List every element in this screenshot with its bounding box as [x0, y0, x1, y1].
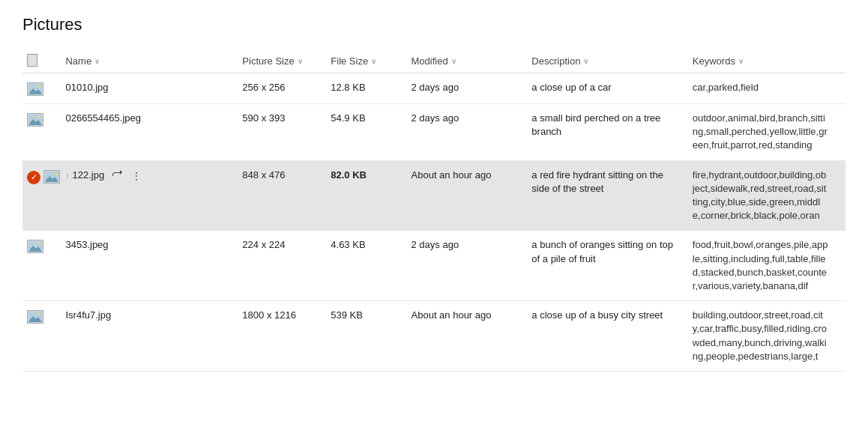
selected-checkmark: ✓: [27, 171, 40, 184]
image-thumbnail-icon: [27, 82, 43, 96]
row-picture-size: 224 x 224: [238, 231, 326, 301]
share-icon[interactable]: [112, 169, 124, 185]
row-description: a red fire hydrant sitting on the side o…: [527, 160, 687, 231]
svg-point-19: [37, 312, 40, 315]
scrollbar-cell: [833, 231, 846, 301]
row-picture-size: 256 x 256: [238, 73, 326, 104]
row-keywords: fire,hydrant,outdoor,building,object,sid…: [688, 160, 833, 231]
table-row[interactable]: 3453.jpeg224 x 2244.63 KB2 days agoa bun…: [22, 231, 846, 301]
svg-point-3: [37, 85, 40, 88]
file-icon-wrap: ✓: [27, 169, 56, 184]
row-modified: About an hour ago: [407, 160, 528, 231]
row-icon-cell: [22, 73, 61, 104]
scrollbar-cell: [833, 160, 846, 231]
row-modified: 2 days ago: [407, 104, 528, 161]
keywords-text: car,parked,field: [693, 82, 759, 93]
row-description: a bunch of oranges sitting on top of a p…: [527, 231, 687, 301]
keywords-text: outdoor,animal,bird,branch,sitting,small…: [693, 112, 828, 151]
scrollbar-cell: [833, 104, 846, 161]
svg-point-7: [37, 115, 40, 118]
scrollbar-cell: [833, 73, 846, 104]
row-name-cell[interactable]: 0266554465.jpeg: [61, 104, 238, 161]
row-keywords: outdoor,animal,bird,branch,sitting,small…: [688, 104, 833, 161]
row-file-size: 539 KB: [326, 301, 406, 372]
table-row[interactable]: ✓↕122.jpg⋮848 x 47682.0 KBAbout an hour …: [22, 160, 846, 231]
row-description: a close up of a car: [527, 73, 687, 104]
sync-icon: ↕: [65, 171, 69, 181]
file-name: 122.jpg: [72, 169, 104, 182]
more-options-icon[interactable]: ⋮: [131, 169, 142, 184]
row-keywords: car,parked,field: [688, 73, 833, 104]
file-name: Isr4fu7.jpg: [65, 309, 111, 322]
sort-icon-name: ∨: [94, 57, 100, 65]
col-header-modified[interactable]: Modified ∨: [407, 48, 528, 73]
row-modified: 2 days ago: [407, 73, 528, 104]
row-name-cell[interactable]: 01010.jpg: [61, 73, 238, 104]
keywords-text: fire,hydrant,outdoor,building,object,sid…: [693, 169, 827, 222]
row-name-cell[interactable]: ↕122.jpg⋮: [61, 160, 238, 231]
table-row[interactable]: 01010.jpg256 x 25612.8 KB2 days agoa clo…: [22, 73, 846, 104]
row-keywords: food,fruit,bowl,oranges,pile,apple,sitti…: [688, 231, 833, 301]
row-file-size: 4.63 KB: [326, 231, 406, 301]
col-header-icon: [22, 48, 61, 73]
file-type-icon: [27, 54, 37, 67]
row-modified: 2 days ago: [407, 231, 528, 301]
file-name: 0266554465.jpeg: [65, 112, 141, 125]
file-icon-wrap: [27, 309, 56, 324]
table-row[interactable]: Isr4fu7.jpg1800 x 1216539 KBAbout an hou…: [22, 301, 846, 372]
row-file-size: 82.0 KB: [326, 160, 406, 231]
row-icon-cell: [22, 301, 61, 372]
row-description: a small bird perched on a tree branch: [527, 104, 687, 161]
sort-icon-picture-size: ∨: [298, 57, 303, 65]
keywords-text: food,fruit,bowl,oranges,pile,apple,sitti…: [693, 239, 828, 291]
table-row[interactable]: 0266554465.jpeg590 x 39354.9 KB2 days ag…: [22, 104, 846, 161]
row-action-icons: ⋮: [112, 169, 142, 185]
row-file-size: 12.8 KB: [326, 73, 406, 104]
col-header-picture-size[interactable]: Picture Size ∨: [238, 48, 326, 73]
row-file-size: 54.9 KB: [326, 104, 406, 161]
page-title: Pictures: [22, 15, 846, 34]
sort-icon-keywords: ∨: [738, 57, 744, 65]
sort-icon-modified: ∨: [451, 57, 456, 65]
col-header-keywords[interactable]: Keywords ∨: [688, 48, 833, 73]
keywords-text: building,outdoor,street,road,city,car,tr…: [693, 309, 827, 362]
image-thumbnail-icon: [27, 113, 43, 127]
file-table: Name ∨ Picture Size ∨ File Size ∨: [22, 48, 846, 372]
row-modified: About an hour ago: [407, 301, 528, 372]
file-icon-wrap: [27, 81, 56, 96]
row-icon-cell: [22, 104, 61, 161]
col-header-file-size[interactable]: File Size ∨: [326, 48, 406, 73]
file-icon-wrap: [27, 112, 56, 127]
row-icon-cell: ✓: [22, 160, 61, 231]
image-thumbnail-icon: [27, 240, 43, 253]
row-name-cell[interactable]: 3453.jpeg: [61, 231, 238, 301]
svg-point-15: [37, 242, 40, 245]
row-picture-size: 590 x 393: [238, 104, 326, 161]
col-header-description[interactable]: Description ∨: [527, 48, 687, 73]
file-name: 3453.jpeg: [65, 238, 108, 252]
file-icon-wrap: [27, 238, 56, 253]
row-picture-size: 848 x 476: [238, 160, 326, 231]
row-icon-cell: [22, 231, 61, 301]
table-header: Name ∨ Picture Size ∨ File Size ∨: [22, 48, 846, 73]
row-picture-size: 1800 x 1216: [238, 301, 326, 372]
sort-icon-file-size: ∨: [371, 57, 376, 65]
row-name-cell[interactable]: Isr4fu7.jpg: [61, 301, 238, 372]
image-thumbnail-icon: [43, 170, 60, 184]
col-header-scroll: [833, 48, 846, 73]
row-description: a close up of a busy city street: [527, 301, 687, 372]
sort-icon-description: ∨: [583, 57, 588, 65]
row-keywords: building,outdoor,street,road,city,car,tr…: [688, 301, 833, 372]
file-table-container: Name ∨ Picture Size ∨ File Size ∨: [22, 48, 846, 372]
image-thumbnail-icon: [27, 310, 43, 324]
col-header-name[interactable]: Name ∨: [61, 48, 238, 73]
scrollbar-cell: [833, 301, 846, 372]
table-body: 01010.jpg256 x 25612.8 KB2 days agoa clo…: [22, 73, 846, 372]
file-name: 01010.jpg: [65, 81, 108, 94]
svg-point-11: [54, 172, 57, 175]
